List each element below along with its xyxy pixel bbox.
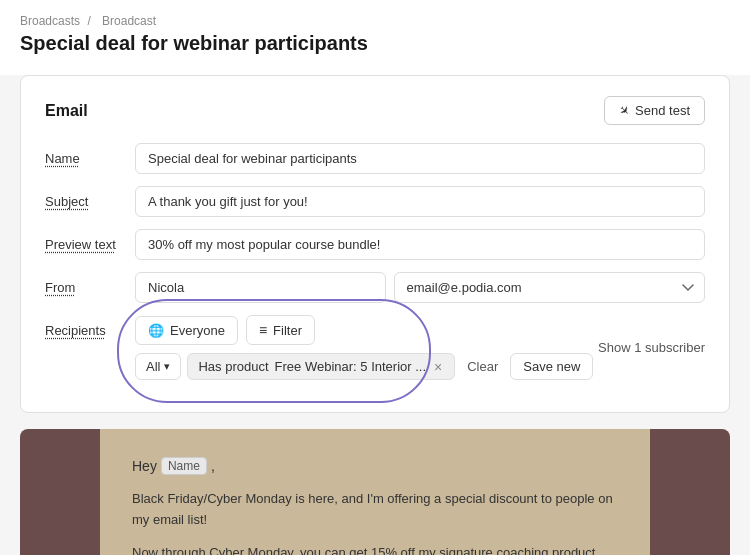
preview-name-badge: Name xyxy=(161,457,207,475)
recipients-top: 🌐 Everyone ≡ Filter All xyxy=(135,315,705,380)
everyone-label: Everyone xyxy=(170,323,225,338)
breadcrumb-parent[interactable]: Broadcasts xyxy=(20,14,80,28)
preview-text-label: Preview text xyxy=(45,229,135,252)
filter-tag-value: Free Webinar: 5 Interior ... xyxy=(275,359,427,374)
save-new-button[interactable]: Save new xyxy=(510,353,593,380)
preview-text-input[interactable] xyxy=(135,229,705,260)
send-test-button[interactable]: ✈ Send test xyxy=(604,96,705,125)
recipients-area: 🌐 Everyone ≡ Filter All xyxy=(135,315,705,380)
preview-inner: Hey Name , Black Friday/Cyber Monday is … xyxy=(100,429,650,555)
recipients-label: Recipients xyxy=(45,315,135,338)
filter-button[interactable]: ≡ Filter xyxy=(246,315,315,345)
subject-label: Subject xyxy=(45,186,135,209)
card-title: Email xyxy=(45,102,88,120)
preview-greeting: Hey Name , xyxy=(132,457,618,475)
everyone-button[interactable]: 🌐 Everyone xyxy=(135,316,238,345)
preview-text-row: Preview text xyxy=(45,229,705,260)
email-preview: Hey Name , Black Friday/Cyber Monday is … xyxy=(20,429,730,555)
filter-tags-row: All ▾ Has product Free Webinar: 5 Interi… xyxy=(135,353,593,380)
breadcrumb-separator: / xyxy=(87,14,90,28)
recipients-row: Recipients 🌐 Everyone ≡ Filter xyxy=(45,315,705,380)
filter-tag: Has product Free Webinar: 5 Interior ...… xyxy=(187,353,455,380)
show-subscriber[interactable]: Show 1 subscriber xyxy=(598,340,705,355)
subject-row: Subject xyxy=(45,186,705,217)
filter-icon: ≡ xyxy=(259,322,267,338)
from-row: From email@e.podia.com xyxy=(45,272,705,303)
clear-button[interactable]: Clear xyxy=(461,354,504,379)
preview-paragraph-1: Black Friday/Cyber Monday is here, and I… xyxy=(132,489,618,531)
recipients-buttons: 🌐 Everyone ≡ Filter xyxy=(135,315,593,345)
from-email-select[interactable]: email@e.podia.com xyxy=(394,272,705,303)
page-header: Broadcasts / Broadcast Special deal for … xyxy=(0,0,750,75)
all-label: All xyxy=(146,359,160,374)
card-header: Email ✈ Send test xyxy=(45,96,705,125)
filter-tag-prefix: Has product xyxy=(198,359,268,374)
preview-paragraph-2: Now through Cyber Monday, you can get 15… xyxy=(132,543,618,555)
breadcrumb: Broadcasts / Broadcast xyxy=(20,14,730,28)
breadcrumb-current: Broadcast xyxy=(102,14,156,28)
preview-hey-text: Hey xyxy=(132,458,157,474)
page-title: Special deal for webinar participants xyxy=(20,32,730,55)
name-label: Name xyxy=(45,143,135,166)
all-dropdown[interactable]: All ▾ xyxy=(135,353,181,380)
send-test-label: Send test xyxy=(635,103,690,118)
from-name-input[interactable] xyxy=(135,272,386,303)
email-card: Email ✈ Send test Name Subject Preview t… xyxy=(20,75,730,413)
recipients-circle-wrapper: 🌐 Everyone ≡ Filter All xyxy=(135,315,593,380)
subject-input[interactable] xyxy=(135,186,705,217)
preview-comma: , xyxy=(211,458,215,474)
globe-icon: 🌐 xyxy=(148,323,164,338)
from-label: From xyxy=(45,272,135,295)
send-icon: ✈ xyxy=(616,102,633,119)
name-input[interactable] xyxy=(135,143,705,174)
remove-tag-button[interactable]: × xyxy=(432,360,444,374)
filter-label: Filter xyxy=(273,323,302,338)
name-row: Name xyxy=(45,143,705,174)
all-chevron-icon: ▾ xyxy=(164,360,170,373)
